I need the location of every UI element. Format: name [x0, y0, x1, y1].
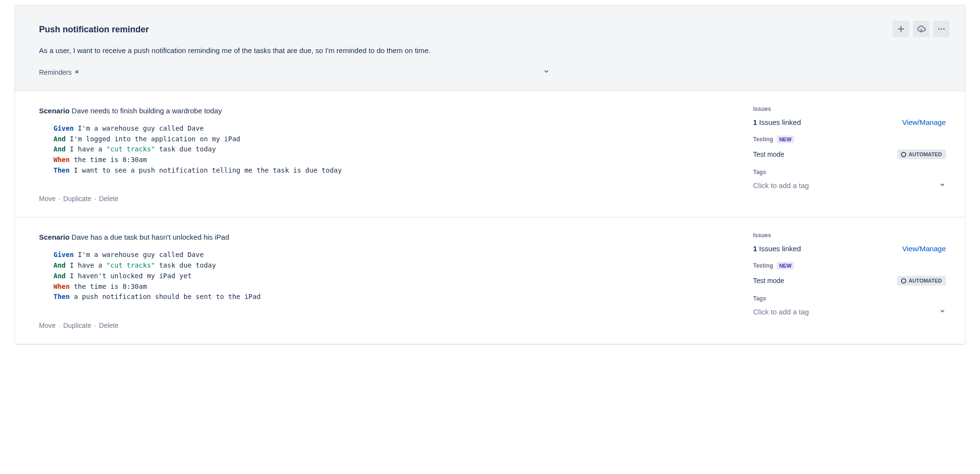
more-horizontal-icon: [937, 25, 946, 33]
plus-icon: [897, 25, 905, 33]
scenario-label: Scenario: [39, 233, 69, 241]
feature-header: Push notification reminder As a user, I …: [15, 5, 965, 91]
testmode-label: Test mode: [753, 277, 784, 284]
testmode-label: Test mode: [753, 150, 784, 158]
scenario-block: Scenario Dave needs to finish building a…: [15, 91, 965, 217]
tags-heading: Tags: [753, 169, 946, 176]
scenario-title: Scenario Dave has a due task but hasn't …: [39, 233, 729, 241]
issues-row: 1 Issues linked View/Manage: [753, 244, 946, 253]
more-button[interactable]: [933, 21, 950, 37]
scenario-actions: Move·Duplicate·Delete: [39, 302, 729, 329]
move-button[interactable]: Move: [39, 195, 55, 203]
gherkin-string: "cut tracks": [106, 261, 155, 269]
gherkin-text: a push notification should be sent to th…: [74, 293, 261, 300]
testmode-row: Test mode AUTOMATED: [753, 149, 946, 159]
gherkin-step: When the time is 8:30am: [53, 282, 729, 292]
gherkin-keyword: Then: [53, 293, 70, 300]
issues-linked-text: 1 Issues linked: [753, 118, 801, 126]
scenario-title: Scenario Dave needs to finish building a…: [39, 107, 729, 115]
testing-heading: Testing NEW: [753, 136, 946, 143]
svg-point-4: [941, 28, 942, 30]
gherkin-text: I'm logged into the application on my iP…: [70, 135, 240, 143]
automated-badge[interactable]: AUTOMATED: [897, 276, 946, 285]
gherkin-text: I want to see a push notification tellin…: [74, 166, 342, 174]
gherkin-text: the time is 8:30am: [74, 156, 147, 163]
feature-card: Push notification reminder As a user, I …: [14, 5, 966, 345]
gherkin-step: And I'm logged into the application on m…: [53, 134, 729, 145]
close-icon[interactable]: ✕: [75, 69, 79, 75]
circle-icon: [901, 278, 906, 284]
gherkin-step: And I haven't unlocked my iPad yet: [53, 271, 729, 282]
svg-point-3: [938, 28, 940, 30]
gherkin-keyword: Given: [53, 124, 74, 132]
scenario-content: Scenario Dave has a due task but hasn't …: [15, 217, 753, 343]
add-tag-input[interactable]: Click to add a tag: [753, 181, 809, 190]
gherkin-keyword: And: [53, 272, 66, 280]
move-button[interactable]: Move: [39, 322, 55, 329]
gherkin-step: And I have a "cut tracks" task due today: [53, 144, 729, 155]
tags-dropdown[interactable]: [939, 181, 946, 190]
add-tag-input[interactable]: Click to add a tag: [753, 308, 809, 316]
chevron-down-icon: [543, 68, 550, 75]
tag-dropdown[interactable]: [543, 68, 550, 76]
gherkin-keyword: And: [53, 145, 66, 153]
gherkin-text: the time is 8:30am: [74, 283, 147, 290]
tag-chip-reminders[interactable]: Reminders ✕: [39, 68, 79, 76]
delete-button[interactable]: Delete: [99, 195, 118, 203]
circle-icon: [901, 152, 906, 157]
gherkin-keyword: Then: [53, 166, 70, 174]
testmode-row: Test mode AUTOMATED: [753, 276, 946, 285]
gherkin-step: When the time is 8:30am: [53, 155, 729, 165]
feature-description: As a user, I want to receive a push noti…: [39, 46, 941, 54]
gherkin-block: Given I'm a warehouse guy called DaveAnd…: [53, 123, 729, 176]
scenario-actions: Move·Duplicate·Delete: [39, 176, 729, 203]
tag-label: Reminders: [39, 68, 72, 76]
duplicate-button[interactable]: Duplicate: [63, 195, 91, 203]
view-manage-link[interactable]: View/Manage: [902, 244, 946, 253]
tags-row: Click to add a tag: [753, 308, 946, 316]
issues-linked-text: 1 Issues linked: [753, 244, 801, 253]
gherkin-step: Then a push notification should be sent …: [53, 292, 729, 302]
gherkin-text: I have a "cut tracks" task due today: [70, 145, 216, 153]
gherkin-text: I have a "cut tracks" task due today: [70, 261, 216, 269]
scenario-sidebar: Issues 1 Issues linked View/Manage Testi…: [753, 217, 965, 343]
issues-heading: Issues: [753, 106, 946, 112]
gherkin-keyword: When: [53, 156, 70, 163]
download-button[interactable]: [913, 21, 929, 37]
add-button[interactable]: [893, 21, 909, 37]
scenario-text: Dave needs to finish building a wardrobe…: [72, 107, 222, 115]
gherkin-keyword: And: [53, 261, 66, 269]
gherkin-keyword: Given: [53, 251, 74, 258]
scenario-text: Dave has a due task but hasn't unlocked …: [72, 233, 229, 241]
issues-row: 1 Issues linked View/Manage: [753, 118, 946, 126]
chevron-down-icon: [939, 308, 946, 314]
tags-row: Click to add a tag: [753, 181, 946, 190]
view-manage-link[interactable]: View/Manage: [902, 118, 946, 126]
duplicate-button[interactable]: Duplicate: [63, 322, 91, 329]
scenario-content: Scenario Dave needs to finish building a…: [15, 91, 753, 217]
tags-heading: Tags: [753, 295, 946, 302]
issues-heading: Issues: [753, 232, 946, 239]
gherkin-block: Given I'm a warehouse guy called DaveAnd…: [53, 250, 729, 302]
gherkin-keyword: When: [53, 283, 70, 290]
cloud-download-icon: [916, 24, 926, 34]
delete-button[interactable]: Delete: [99, 322, 118, 329]
tags-dropdown[interactable]: [939, 308, 946, 316]
gherkin-step: Given I'm a warehouse guy called Dave: [53, 123, 729, 134]
tag-row: Reminders ✕: [39, 68, 550, 76]
gherkin-keyword: And: [53, 135, 66, 143]
gherkin-step: Then I want to see a push notification t…: [53, 165, 729, 176]
automated-badge[interactable]: AUTOMATED: [897, 149, 946, 159]
chevron-down-icon: [939, 181, 946, 188]
gherkin-text: I haven't unlocked my iPad yet: [70, 272, 192, 280]
testing-heading: Testing NEW: [753, 262, 946, 269]
scenario-label: Scenario: [39, 107, 69, 115]
feature-title: Push notification reminder: [39, 25, 941, 35]
header-actions: [893, 21, 950, 37]
new-badge: NEW: [777, 135, 794, 143]
new-badge: NEW: [777, 262, 794, 270]
gherkin-text: I'm a warehouse guy called Dave: [78, 251, 204, 258]
gherkin-text: I'm a warehouse guy called Dave: [78, 124, 204, 132]
svg-point-5: [943, 28, 945, 30]
gherkin-step: And I have a "cut tracks" task due today: [53, 260, 729, 271]
